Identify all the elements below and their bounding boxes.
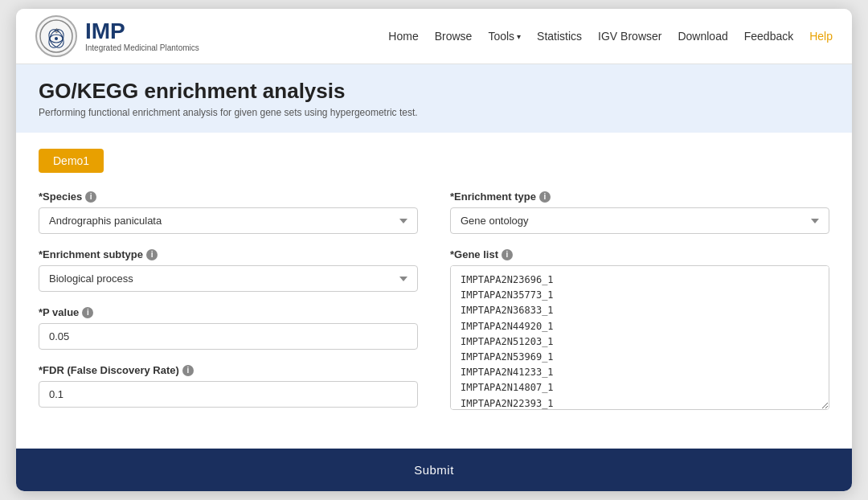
navbar: ☸ IMP Integrated Medicinal Plantomics Ho… xyxy=(16,9,852,64)
nav-feedback[interactable]: Feedback xyxy=(744,30,793,43)
pvalue-group: *P value i xyxy=(39,306,418,350)
pvalue-label: *P value i xyxy=(39,306,418,318)
nav-home[interactable]: Home xyxy=(388,30,418,43)
species-info-icon[interactable]: i xyxy=(85,191,96,203)
page-title: GO/KEGG enrichment analysis xyxy=(39,79,829,104)
enrichment-type-label: *Enrichment type i xyxy=(450,191,829,203)
logo-icon: ☸ xyxy=(35,15,77,57)
gene-list-label: *Gene list i xyxy=(450,248,829,260)
nav-igv-browser[interactable]: IGV Browser xyxy=(598,30,661,43)
enrichment-subtype-select[interactable]: Biological process xyxy=(39,265,418,292)
nav-help[interactable]: Help xyxy=(809,30,833,43)
enrichment-type-info-icon[interactable]: i xyxy=(539,191,551,203)
right-column: *Enrichment type i Gene ontology *Gene l… xyxy=(450,191,829,428)
enrichment-subtype-info-icon[interactable]: i xyxy=(146,249,158,260)
fdr-label: *FDR (False Discovery Rate) i xyxy=(39,364,418,376)
pvalue-info-icon[interactable]: i xyxy=(82,307,93,318)
fdr-group: *FDR (False Discovery Rate) i xyxy=(39,364,418,408)
pvalue-input[interactable] xyxy=(39,323,418,350)
fdr-input[interactable] xyxy=(39,381,418,408)
nav-tools[interactable]: Tools ▾ xyxy=(488,30,521,43)
nav-browse[interactable]: Browse xyxy=(435,30,473,43)
fdr-info-icon[interactable]: i xyxy=(182,365,194,376)
nav-statistics[interactable]: Statistics xyxy=(537,30,582,43)
logo-imp-text: IMP xyxy=(85,20,199,43)
demo1-button[interactable]: Demo1 xyxy=(39,149,104,173)
submit-button[interactable]: Submit xyxy=(398,460,470,480)
logo-area: ☸ IMP Integrated Medicinal Plantomics xyxy=(35,15,199,57)
enrichment-type-select[interactable]: Gene ontology xyxy=(450,207,829,234)
page-header-banner: GO/KEGG enrichment analysis Performing f… xyxy=(16,64,852,133)
enrichment-subtype-group: *Enrichment subtype i Biological process xyxy=(39,248,418,292)
gene-list-textarea[interactable]: IMPTAPA2N23696_1 IMPTAPA2N35773_1 IMPTAP… xyxy=(450,265,829,410)
main-content: Demo1 *Species i Andrographis paniculata xyxy=(16,133,852,449)
nav-links: Home Browse Tools ▾ Statistics IGV Brows… xyxy=(388,30,833,43)
enrichment-type-group: *Enrichment type i Gene ontology xyxy=(450,191,829,234)
form-grid: *Species i Andrographis paniculata *Enri… xyxy=(39,191,829,428)
species-group: *Species i Andrographis paniculata xyxy=(39,191,418,234)
species-select[interactable]: Andrographis paniculata xyxy=(39,207,418,234)
gene-list-group: *Gene list i IMPTAPA2N23696_1 IMPTAPA2N3… xyxy=(450,248,829,413)
chevron-down-icon: ▾ xyxy=(517,32,521,41)
left-column: *Species i Andrographis paniculata *Enri… xyxy=(39,191,418,428)
gene-list-info-icon[interactable]: i xyxy=(502,249,513,260)
logo-subtitle-text: Integrated Medicinal Plantomics xyxy=(85,43,199,53)
footer-bar: Submit xyxy=(16,449,852,491)
svg-point-5 xyxy=(55,37,58,40)
species-label: *Species i xyxy=(39,191,418,203)
enrichment-subtype-label: *Enrichment subtype i xyxy=(39,248,418,260)
page-subtitle: Performing functional enrichment analysi… xyxy=(39,107,829,118)
nav-download[interactable]: Download xyxy=(678,30,727,43)
logo-text: IMP Integrated Medicinal Plantomics xyxy=(85,20,199,53)
